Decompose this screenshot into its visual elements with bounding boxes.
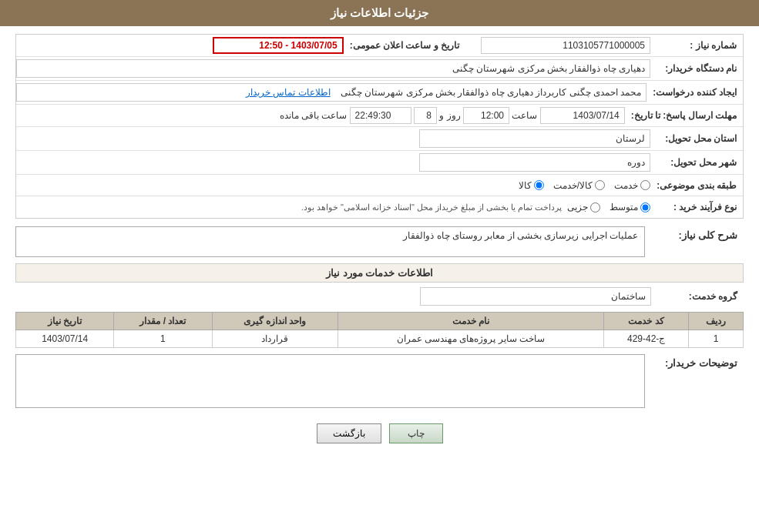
category-option-service[interactable]: خدمت xyxy=(614,180,650,191)
purchase-type-medium[interactable]: متوسط xyxy=(610,202,650,212)
service-group-row: گروه خدمت: ساختمان xyxy=(15,287,744,306)
deadline-time: 12:00 xyxy=(463,107,509,124)
province-label: استان محل تحویل: xyxy=(650,132,743,146)
deadline-date: 1403/07/14 xyxy=(540,107,625,124)
purchase-type-radio-group: متوسط جزیی xyxy=(567,202,650,212)
row-province: استان محل تحویل: لرستان xyxy=(16,127,743,151)
services-section-title: اطلاعات خدمات مورد نیاز xyxy=(15,263,744,283)
service-group-value: ساختمان xyxy=(420,287,651,306)
row-buyer-org: نام دستگاه خریدار: دهیاری چاه ذوالفقار ب… xyxy=(16,57,743,81)
category-option-goods[interactable]: کالا xyxy=(519,180,544,191)
category-label: طبقه بندی موضوعی: xyxy=(650,179,743,192)
date-value: 1403/07/05 - 12:50 xyxy=(213,37,344,54)
back-button[interactable]: بازگشت xyxy=(317,423,381,443)
date-label: تاریخ و ساعت اعلان عمومی: xyxy=(344,38,465,52)
row-purchase-type: نوع فرآیند خرید : متوسط جزیی پرداخت تمام… xyxy=(16,196,743,218)
page-header: جزئیات اطلاعات نیاز xyxy=(0,0,759,26)
col-header-row: ردیف xyxy=(688,313,743,330)
creator-value: محمد احمدی چگنی کاربرداز دهیاری چاه ذوال… xyxy=(16,83,646,102)
creator-label: ایجاد کننده درخواست: xyxy=(646,85,743,99)
deadline-time-label: ساعت xyxy=(512,110,537,121)
deadline-days: 8 xyxy=(414,107,437,124)
purchase-type-label: نوع فرآیند خرید : xyxy=(650,200,743,214)
page-wrapper: جزئیات اطلاعات نیاز شماره نیاز : 1103105… xyxy=(0,0,759,532)
button-area: چاپ بازگشت xyxy=(15,416,744,451)
category-radio-group: خدمت کالا/خدمت کالا xyxy=(519,180,650,191)
col-header-qty: تعداد / مقدار xyxy=(114,313,212,330)
table-row: 1ج-42-429ساخت سایر پروژه‌های مهندسی عمرا… xyxy=(16,330,744,348)
row-deadline: مهلت ارسال پاسخ: تا تاریخ: 1403/07/14 سا… xyxy=(16,105,743,127)
purchase-type-small[interactable]: جزیی xyxy=(567,202,600,212)
purchase-note: پرداخت تمام یا بخشی از مبلغ خریداز محل "… xyxy=(301,202,563,212)
buyer-notes-label: توضیحات خریدار: xyxy=(651,354,744,370)
deadline-label: مهلت ارسال پاسخ: تا تاریخ: xyxy=(625,109,743,122)
col-header-date: تاریخ نیاز xyxy=(16,313,114,330)
deadline-remaining-label: ساعت باقی مانده xyxy=(280,110,348,121)
col-header-code: کد خدمت xyxy=(604,313,689,330)
description-row: شرح کلی نیاز: عملیات اجرایی زیرسازی بخشی… xyxy=(15,226,744,257)
row-city: شهر محل تحویل: دوره xyxy=(16,151,743,175)
deadline-remaining: 22:49:30 xyxy=(350,107,411,124)
contact-link[interactable]: اطلاعات تماس خریدار xyxy=(246,87,331,98)
city-value: دوره xyxy=(419,153,650,172)
service-group-label: گروه خدمت: xyxy=(651,289,744,303)
row-creator: ایجاد کننده درخواست: محمد احمدی چگنی کار… xyxy=(16,81,743,105)
buyer-notes-input[interactable] xyxy=(15,354,645,408)
city-label: شهر محل تحویل: xyxy=(650,156,743,169)
buyer-org-value: دهیاری چاه ذوالفقار بخش مرکزی شهرستان چگ… xyxy=(16,59,650,78)
buyer-notes-row: توضیحات خریدار: xyxy=(15,354,744,408)
main-form-section: شماره نیاز : 1103105771000005 تاریخ و سا… xyxy=(15,34,744,219)
need-number-value: 1103105771000005 xyxy=(481,37,650,54)
buyer-org-label: نام دستگاه خریدار: xyxy=(650,62,743,75)
page-title: جزئیات اطلاعات نیاز xyxy=(331,6,428,19)
description-value: عملیات اجرایی زیرسازی بخشی از معابر روست… xyxy=(15,226,645,257)
main-content: شماره نیاز : 1103105771000005 تاریخ و سا… xyxy=(0,26,759,459)
print-button[interactable]: چاپ xyxy=(389,423,443,443)
deadline-days-label: روز و xyxy=(439,110,460,121)
col-header-unit: واحد اندازه گیری xyxy=(212,313,338,330)
category-option-goods-service[interactable]: کالا/خدمت xyxy=(553,180,605,191)
services-table: ردیف کد خدمت نام خدمت واحد اندازه گیری ت… xyxy=(15,312,744,348)
need-number-label: شماره نیاز : xyxy=(650,38,743,52)
description-label: شرح کلی نیاز: xyxy=(651,226,744,243)
row-number-date: شماره نیاز : 1103105771000005 تاریخ و سا… xyxy=(16,35,743,57)
row-category: طبقه بندی موضوعی: خدمت کالا/خدمت کالا xyxy=(16,175,743,196)
province-value: لرستان xyxy=(419,129,650,148)
col-header-name: نام خدمت xyxy=(338,313,604,330)
